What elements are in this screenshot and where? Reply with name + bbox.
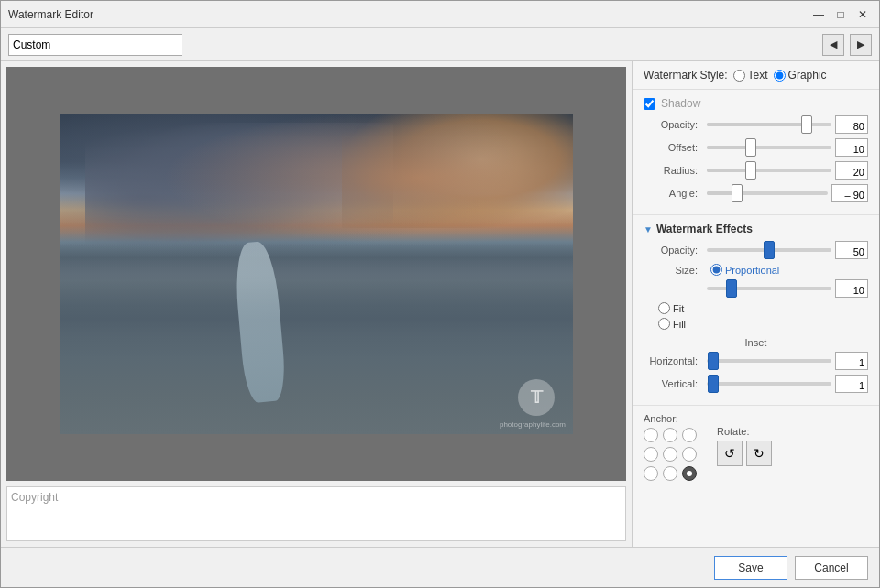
effects-title: Watermark Effects: [656, 223, 753, 235]
watermark-url: photographylife.com: [500, 420, 566, 429]
anchor-label: Anchor:: [644, 413, 698, 424]
shadow-label: Shadow: [661, 97, 700, 110]
anchor-tl[interactable]: [644, 428, 658, 442]
inset-section: Inset Horizontal: 1 Vertical:: [644, 337, 868, 393]
glacier: [232, 240, 287, 403]
anchor-ml[interactable]: [644, 447, 658, 462]
graphic-radio-label[interactable]: Graphic: [774, 69, 827, 82]
right-scrollable[interactable]: Shadow Opacity: 80 Offset:: [632, 90, 879, 547]
rotate-label: Rotate:: [717, 426, 772, 437]
preview-area: 𝕋 photographylife.com: [6, 67, 626, 481]
shadow-angle-value: – 90: [831, 184, 868, 202]
cancel-button[interactable]: Cancel: [795, 556, 868, 580]
fill-radio[interactable]: [658, 318, 670, 330]
fit-radio-label[interactable]: Fit: [658, 302, 868, 314]
shadow-radius-track[interactable]: [707, 169, 831, 172]
nav-prev-button[interactable]: ◀: [822, 34, 844, 56]
shadow-offset-row: Offset: 10: [644, 138, 868, 157]
shadow-section: Shadow Opacity: 80 Offset:: [632, 90, 879, 215]
size-slider-track[interactable]: [707, 287, 831, 290]
effects-section: ▼ Watermark Effects Opacity: 50: [632, 215, 879, 406]
right-panel: Watermark Style: Text Graphic Shadow: [632, 61, 879, 547]
left-panel: 𝕋 photographylife.com Copyright: [1, 61, 632, 547]
mountain-background: 𝕋 photographylife.com: [60, 114, 573, 434]
graphic-radio[interactable]: [774, 70, 786, 82]
proportional-text: Proportional: [725, 265, 779, 276]
graphic-radio-text: Graphic: [788, 69, 827, 82]
rotate-group: Rotate: ↺ ↻: [717, 426, 772, 466]
anchor-mr[interactable]: [682, 447, 697, 462]
shadow-angle-row: Angle: – 90: [644, 184, 868, 202]
close-button[interactable]: ✕: [853, 5, 872, 24]
size-label: Size:: [644, 265, 703, 276]
preset-select[interactable]: Custom: [8, 34, 182, 56]
shadow-radius-row: Radius: 20: [644, 161, 868, 180]
shadow-opacity-track[interactable]: [707, 123, 831, 126]
shadow-opacity-row: Opacity: 80: [644, 115, 868, 134]
fit-radio[interactable]: [658, 302, 670, 314]
size-slider-row: 10: [644, 279, 868, 298]
size-section: Size: Proportional 10: [644, 264, 868, 330]
shadow-offset-label: Offset:: [644, 142, 703, 153]
anchor-rotate-row: Anchor:: [644, 413, 868, 483]
text-radio-text: Text: [748, 69, 768, 82]
toolbar: Custom ◀ ▶: [1, 28, 879, 61]
cloud-dark: [85, 123, 393, 246]
footer: Save Cancel: [1, 547, 879, 587]
fill-radio-label[interactable]: Fill: [658, 318, 868, 330]
size-label-row: Size: Proportional: [644, 264, 868, 276]
save-button[interactable]: Save: [714, 556, 787, 580]
anchor-tr[interactable]: [682, 428, 697, 442]
horizontal-track[interactable]: [707, 359, 831, 363]
watermark-style-label: Watermark Style:: [644, 69, 728, 82]
watermark-style-bar: Watermark Style: Text Graphic: [632, 61, 879, 90]
shadow-angle-label: Angle:: [644, 188, 703, 199]
rotate-ccw-button[interactable]: ↺: [717, 441, 742, 466]
horizontal-label: Horizontal:: [644, 355, 703, 366]
anchor-mc[interactable]: [663, 447, 677, 462]
preview-image: 𝕋 photographylife.com: [60, 114, 573, 434]
rotate-cw-button[interactable]: ↻: [746, 441, 772, 466]
vertical-row: Vertical: 1: [644, 375, 868, 393]
minimize-button[interactable]: —: [809, 5, 828, 24]
text-radio-label[interactable]: Text: [733, 69, 768, 82]
anchor-grid: [644, 428, 698, 483]
effects-opacity-value: 50: [835, 241, 868, 259]
effects-opacity-row: Opacity: 50: [644, 241, 868, 259]
inset-label: Inset: [644, 337, 868, 348]
anchor-bl[interactable]: [644, 466, 658, 481]
cloud-warm: [342, 114, 573, 228]
watermark-logo: 𝕋: [518, 379, 555, 416]
fill-text: Fill: [673, 319, 686, 330]
anchor-group: Anchor:: [644, 413, 698, 483]
shadow-radius-label: Radius:: [644, 165, 703, 176]
vertical-value: 1: [835, 375, 868, 393]
nav-next-button[interactable]: ▶: [850, 34, 872, 56]
vertical-track[interactable]: [707, 382, 831, 386]
fit-text: Fit: [673, 303, 684, 314]
effects-header: ▼ Watermark Effects: [644, 223, 868, 235]
effects-opacity-track[interactable]: [707, 248, 831, 252]
shadow-checkbox[interactable]: [644, 98, 655, 110]
anchor-tc[interactable]: [663, 428, 677, 442]
horizontal-row: Horizontal: 1: [644, 352, 868, 370]
main-window: Watermark Editor — □ ✕ Custom ◀ ▶: [0, 0, 880, 588]
preset-dropdown-wrapper: Custom: [8, 34, 182, 56]
anchor-br[interactable]: [682, 466, 697, 481]
maximize-button[interactable]: □: [831, 5, 850, 24]
main-content: 𝕋 photographylife.com Copyright Watermar…: [1, 61, 879, 547]
shadow-angle-track[interactable]: [707, 191, 828, 195]
window-controls: — □ ✕: [809, 5, 872, 24]
shadow-radius-value: 20: [835, 161, 868, 180]
proportional-radio-label[interactable]: Proportional: [710, 264, 779, 276]
proportional-radio[interactable]: [710, 264, 722, 276]
shadow-opacity-label: Opacity:: [644, 119, 703, 130]
collapse-icon[interactable]: ▼: [644, 224, 653, 234]
copyright-box: Copyright: [6, 486, 626, 541]
text-radio[interactable]: [733, 70, 745, 82]
shadow-offset-track[interactable]: [707, 146, 831, 149]
rotate-buttons: ↺ ↻: [717, 441, 772, 466]
effects-opacity-label: Opacity:: [644, 245, 703, 256]
anchor-bc[interactable]: [663, 466, 677, 481]
titlebar: Watermark Editor — □ ✕: [1, 1, 879, 28]
